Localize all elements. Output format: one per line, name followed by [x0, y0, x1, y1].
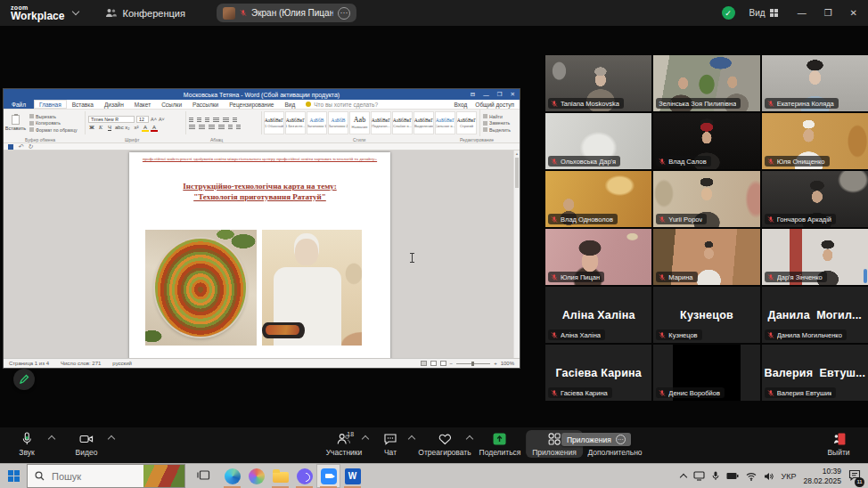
highlight-color-button[interactable]: А: [142, 125, 149, 131]
scroll-up-icon[interactable]: ▲: [514, 150, 520, 157]
style-chip[interactable]: АаБбВвГ 1 Без инте...: [285, 111, 306, 134]
wifi-icon[interactable]: [746, 472, 757, 481]
taskbar-app-zoom[interactable]: [316, 464, 340, 488]
font-color-button[interactable]: А: [151, 125, 158, 131]
align-right-icon[interactable]: [209, 125, 215, 129]
participant-tile[interactable]: Дар'я Зінченко: [762, 229, 868, 285]
participant-tile[interactable]: Влад Одноволов: [545, 171, 651, 227]
participant-tile[interactable]: Екатерина Коляда: [762, 55, 868, 111]
sort-icon[interactable]: [233, 118, 237, 122]
word-tab-file[interactable]: Файл: [4, 100, 34, 109]
taskbar-app-copilot[interactable]: [244, 464, 268, 488]
participant-tile[interactable]: Юлия Пицан: [545, 229, 651, 285]
find-button[interactable]: Найти: [483, 114, 520, 119]
language-indicator[interactable]: УКР: [781, 472, 796, 481]
shading-icon[interactable]: [236, 125, 241, 129]
format-painter-button[interactable]: Формат по образцу: [29, 127, 84, 133]
select-button[interactable]: Выделить: [483, 127, 520, 133]
shared-screen-pill[interactable]: Экран (Юлия Пицан) ···: [217, 4, 356, 22]
audio-button[interactable]: Звук: [19, 432, 34, 457]
italic-button[interactable]: К: [97, 125, 104, 130]
participant-tile[interactable]: Аліна Халіна Аліна Халіна: [545, 287, 651, 343]
minimize-button[interactable]: —: [798, 8, 807, 18]
cut-button[interactable]: Вырезать: [29, 114, 84, 119]
word-tab-layout[interactable]: Макет: [129, 100, 156, 109]
tooltip-more-icon[interactable]: ···: [616, 435, 626, 444]
word-minimize-button[interactable]: —: [483, 92, 489, 98]
search-box-image[interactable]: [143, 465, 184, 487]
style-chip[interactable]: АаБбВ Заголовок 1: [307, 111, 327, 134]
style-chip[interactable]: АаБбВвГ Слабое в...: [392, 111, 413, 134]
replace-button[interactable]: Заменить: [483, 120, 520, 126]
share-screen-button[interactable]: Поделиться: [479, 432, 521, 457]
taskbar-app-edge[interactable]: [220, 464, 244, 488]
close-button[interactable]: ✕: [850, 8, 857, 18]
participant-tile[interactable]: Гончаров Аркадій: [762, 171, 868, 227]
display-icon[interactable]: [693, 471, 705, 481]
taskbar-clock[interactable]: 10:39 28.02.2025: [803, 467, 841, 484]
tray-chevron-up-icon[interactable]: [680, 474, 687, 481]
zoom-in-icon[interactable]: +: [494, 361, 497, 366]
grid-scrollbar[interactable]: [864, 269, 867, 283]
superscript-button[interactable]: x²: [133, 125, 140, 130]
font-size-select[interactable]: 12: [136, 116, 149, 123]
taskbar-search[interactable]: [27, 464, 185, 488]
language-indicator[interactable]: русский: [112, 361, 132, 366]
participants-options-chevron-icon[interactable]: [362, 435, 369, 443]
annotate-button[interactable]: [13, 369, 35, 390]
workspace-chevron-down-icon[interactable]: [72, 8, 79, 15]
bullet-list-icon[interactable]: [189, 118, 193, 122]
line-spacing-icon[interactable]: [228, 125, 233, 129]
scrollbar-thumb[interactable]: [515, 158, 519, 188]
zoom-level[interactable]: 100%: [501, 361, 514, 366]
search-input[interactable]: [50, 470, 127, 483]
justify-icon[interactable]: [218, 125, 225, 129]
word-tab-insert[interactable]: Вставка: [67, 100, 99, 109]
paste-button[interactable]: Вставить: [4, 110, 28, 136]
participant-tile[interactable]: Гасіева Карина Гасіева Карина: [545, 345, 651, 401]
web-layout-icon[interactable]: [440, 361, 446, 366]
participant-tile[interactable]: Влад Салов: [653, 113, 759, 169]
word-close-button[interactable]: ✕: [511, 91, 515, 98]
style-chip[interactable]: АаБбВвГ Подзагол...: [371, 111, 391, 134]
print-layout-icon[interactable]: [430, 361, 437, 366]
style-chip[interactable]: АаБбВвГ 1 Обычный: [264, 111, 284, 134]
bold-button[interactable]: Ж: [88, 125, 95, 130]
decrease-indent-icon[interactable]: [213, 118, 219, 122]
style-chip[interactable]: АаБбВвГ Строгий: [456, 111, 477, 134]
video-button[interactable]: Видео: [76, 432, 98, 457]
style-chip[interactable]: АаБбВвГ Выделение: [414, 111, 434, 134]
participants-button[interactable]: 18 Участники: [326, 432, 363, 457]
speaker-icon[interactable]: [764, 472, 774, 481]
word-count[interactable]: Число слов: 271: [61, 361, 101, 366]
save-icon[interactable]: [8, 144, 13, 150]
zoom-out-icon[interactable]: −: [450, 361, 454, 366]
taskbar-app-word[interactable]: W: [340, 464, 364, 488]
align-center-icon[interactable]: [199, 125, 205, 129]
page-indicator[interactable]: Страница 1 из 4: [9, 361, 49, 366]
word-tab-home[interactable]: Главная: [34, 100, 67, 109]
leave-button[interactable]: Выйти: [827, 432, 849, 457]
strikethrough-button[interactable]: abc: [115, 125, 122, 130]
word-scrollbar[interactable]: ▲: [513, 150, 520, 358]
copy-button[interactable]: Копировать: [29, 120, 84, 126]
participant-tile[interactable]: Кузнецов Кузнецов: [653, 287, 759, 343]
participant-tile[interactable]: Taniana Moskovska: [545, 55, 651, 111]
participant-tile[interactable]: Ольховська Дар'я: [545, 113, 651, 169]
participant-tile[interactable]: Денис Воробйов: [653, 345, 759, 401]
style-chip[interactable]: Аab Название: [349, 111, 370, 134]
zoom-slider[interactable]: [456, 363, 490, 364]
react-button[interactable]: Отреагировать: [418, 432, 471, 457]
word-tab-view[interactable]: Вид: [279, 100, 300, 109]
chat-options-chevron-icon[interactable]: [408, 435, 415, 443]
participant-tile[interactable]: Марина: [653, 229, 759, 285]
grow-font-icon[interactable]: А˄: [151, 117, 157, 122]
participant-tile[interactable]: Юля Онищенко: [762, 113, 868, 169]
word-restore-button[interactable]: ❐: [497, 91, 503, 98]
taskbar-app-explorer[interactable]: [268, 464, 292, 488]
word-tab-references[interactable]: Ссылки: [156, 100, 187, 109]
notification-button[interactable]: 11: [848, 468, 861, 484]
start-button[interactable]: [0, 464, 27, 488]
word-share-button[interactable]: Общий доступ: [475, 102, 514, 108]
taskbar-app-viber[interactable]: [292, 464, 316, 488]
